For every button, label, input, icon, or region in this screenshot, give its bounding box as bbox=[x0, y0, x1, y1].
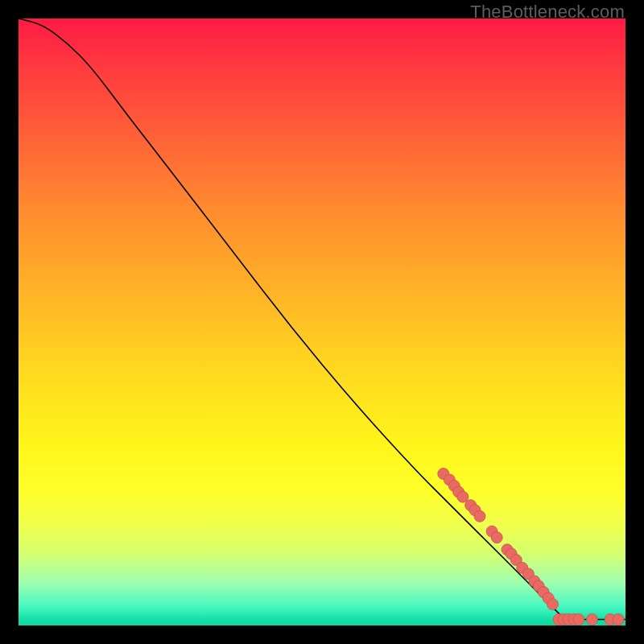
data-marker bbox=[474, 510, 485, 522]
data-marker bbox=[547, 599, 559, 610]
chart-svg bbox=[19, 19, 625, 625]
data-marker bbox=[613, 614, 624, 625]
data-marker bbox=[573, 614, 584, 625]
data-marker bbox=[587, 614, 598, 625]
plot-area bbox=[19, 19, 625, 625]
data-marker bbox=[491, 532, 502, 543]
chart-frame: TheBottleneck.com bbox=[0, 0, 644, 644]
watermark-text: TheBottleneck.com bbox=[470, 2, 625, 23]
bottleneck-curve bbox=[19, 19, 625, 620]
data-markers bbox=[438, 469, 624, 625]
data-marker bbox=[457, 491, 469, 502]
